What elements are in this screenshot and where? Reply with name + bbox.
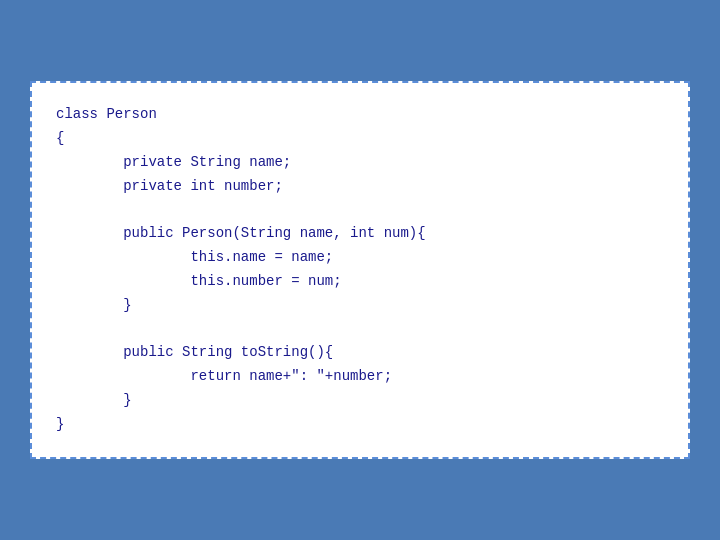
code-panel: class Person { private String name; priv… (30, 81, 690, 458)
code-content: class Person { private String name; priv… (56, 103, 664, 436)
